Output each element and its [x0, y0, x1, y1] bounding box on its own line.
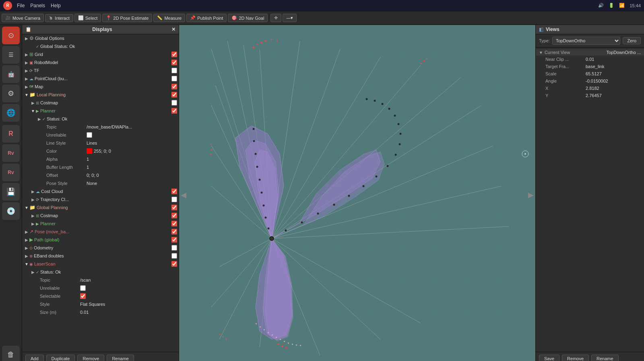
- tree-item-path-global[interactable]: ▶ ▶ Path (global): [22, 236, 179, 244]
- measure-button[interactable]: 📏 Measure: [153, 14, 185, 22]
- tree-item-cost-cloud[interactable]: ▶ ☁ Cost Cloud: [22, 187, 179, 195]
- remove-button[interactable]: Remove: [77, 355, 104, 361]
- prop-row-linestyle[interactable]: Line Style Lines: [22, 139, 179, 147]
- views-rename-btn[interactable]: Rename: [591, 355, 619, 361]
- sidebar-gear[interactable]: ⚙: [2, 85, 20, 102]
- planner-global-checkbox[interactable]: [171, 221, 177, 226]
- prop-row-size-laser[interactable]: Size (m) 0.01: [22, 308, 179, 316]
- publish-point-button[interactable]: 📌 Publish Point: [186, 14, 227, 22]
- grid-checkbox[interactable]: [171, 52, 177, 57]
- cv-prop-y[interactable]: Y 2.76457: [536, 92, 644, 99]
- sidebar-home[interactable]: ⊙: [2, 27, 20, 44]
- cv-prop-angle[interactable]: Angle -0.0150002: [536, 77, 644, 85]
- 2d-nav-button[interactable]: 🎯 2D Nav Goal: [228, 14, 268, 22]
- menu-file[interactable]: File: [17, 3, 25, 8]
- cv-prop-targetframe[interactable]: Target Fra... base_link: [536, 63, 644, 70]
- cv-prop-x[interactable]: X 2.8182: [536, 85, 644, 92]
- tree-item-planner-local[interactable]: ▼ ▶ Planner: [22, 107, 179, 115]
- costmap-global-checkbox[interactable]: [171, 213, 177, 218]
- interact-button[interactable]: 🖱 Interact: [45, 14, 73, 22]
- sidebar-robot[interactable]: 🤖: [2, 65, 20, 83]
- tf-checkbox[interactable]: [171, 68, 177, 73]
- sidebar-r1[interactable]: R: [2, 125, 20, 143]
- tree-item-eband[interactable]: ▶ ⊗ EBand doubles: [22, 252, 179, 260]
- views-remove-btn[interactable]: Remove: [562, 355, 589, 361]
- dash-button[interactable]: —▾: [283, 14, 297, 22]
- cost-cloud-checkbox[interactable]: [171, 189, 177, 194]
- menu-help[interactable]: Help: [51, 3, 61, 8]
- tree-item-global-planning[interactable]: ▼ 📁 Global Planning: [22, 203, 179, 212]
- prop-row-selectable-laser[interactable]: Selectable: [22, 292, 179, 300]
- global-planning-checkbox[interactable]: [171, 205, 177, 210]
- prop-row-alpha[interactable]: Alpha 1: [22, 155, 179, 163]
- prop-row-posestyle[interactable]: Pose Style None: [22, 179, 179, 187]
- prop-row-color[interactable]: Color 255; 0; 0: [22, 147, 179, 155]
- current-view-header[interactable]: ▼ Current View TopDownOrtho ...: [536, 49, 644, 56]
- tree-item-map[interactable]: ▶ 🗺 Map: [22, 83, 179, 91]
- browser-icon: 🌐: [6, 108, 15, 117]
- tree-item-global-status[interactable]: ✓ Global Status: Ok: [22, 42, 179, 50]
- cv-prop-nearclip[interactable]: Near Clip ... 0.01: [536, 56, 644, 63]
- prop-row-topic-local[interactable]: Topic /move_base/DWAPla...: [22, 123, 179, 131]
- crosshair-button[interactable]: ✛: [270, 14, 281, 22]
- cv-prop-scale[interactable]: Scale 65.5127: [536, 70, 644, 77]
- local-planning-checkbox[interactable]: [171, 92, 177, 98]
- tree-item-pointcloud[interactable]: ▶ ☁ PointCloud (bu...: [22, 75, 179, 83]
- unreliable-local-checkbox[interactable]: [87, 132, 92, 138]
- viewport-left-arrow[interactable]: ◀: [179, 189, 188, 201]
- unreliable-laser-checkbox[interactable]: [80, 285, 86, 291]
- prop-row-topic-laser[interactable]: Topic /scan: [22, 276, 179, 284]
- map-checkbox[interactable]: [171, 84, 177, 89]
- tree-item-robotmodel[interactable]: ▶ ▣ RobotModel: [22, 58, 179, 66]
- displays-close-btn[interactable]: ✕: [171, 27, 175, 32]
- tree-item-odometry[interactable]: ▶ ⊙ Odometry: [22, 244, 179, 252]
- prop-row-style-laser[interactable]: Style Flat Squares: [22, 300, 179, 308]
- add-button[interactable]: Add: [25, 355, 44, 361]
- tree-item-tf[interactable]: ▶ ⟳ TF: [22, 66, 179, 75]
- prop-row-offset[interactable]: Offset 0; 0; 0: [22, 171, 179, 179]
- costmap-local-checkbox[interactable]: [171, 100, 177, 106]
- tree-item-pose-move[interactable]: ▶ ↗ Pose (move_ba...: [22, 228, 179, 236]
- prop-label-topic-laser: Topic: [40, 278, 80, 282]
- eband-checkbox[interactable]: [171, 253, 177, 259]
- duplicate-button[interactable]: Duplicate: [46, 355, 75, 361]
- prop-row-buffer[interactable]: Buffer Length 1: [22, 163, 179, 171]
- path-global-checkbox[interactable]: [171, 237, 177, 243]
- tree-item-planner-global[interactable]: ▶ ▶ Planner: [22, 220, 179, 228]
- tree-item-traj[interactable]: ▶ ⟳ Trajectory Cl...: [22, 195, 179, 203]
- views-type-select[interactable]: TopDownOrtho Orbit FPS: [552, 37, 620, 45]
- sidebar-r3[interactable]: Rv: [2, 164, 20, 181]
- tree-item-costmap-local[interactable]: ▶ ⊞ Costmap: [22, 99, 179, 107]
- 2d-pose-button[interactable]: 📍 2D Pose Estimate: [102, 14, 152, 22]
- tree-item-global-options[interactable]: ▶ ⚙ Global Options: [22, 34, 179, 42]
- pointcloud-checkbox[interactable]: [171, 76, 177, 81]
- prop-row-unreliable-laser[interactable]: Unreliable: [22, 284, 179, 292]
- svg-point-75: [388, 108, 390, 110]
- sidebar-trash[interactable]: 🗑: [2, 346, 20, 361]
- tree-item-grid[interactable]: ▶ ⊞ Grid: [22, 50, 179, 58]
- sidebar-r2[interactable]: Rv: [2, 144, 20, 162]
- move-camera-button[interactable]: 🎥 Move Camera: [2, 14, 44, 22]
- tree-item-local-planning[interactable]: ▼ 📁 Local Planning: [22, 91, 179, 99]
- tree-item-laserscan[interactable]: ▼ ◉ LaserScan: [22, 260, 179, 268]
- odometry-checkbox[interactable]: [171, 245, 177, 251]
- prop-row-unreliable-local[interactable]: Unreliable: [22, 131, 179, 139]
- views-save-btn[interactable]: Save: [539, 355, 559, 361]
- views-zero-btn[interactable]: Zero: [623, 37, 641, 44]
- laserscan-checkbox[interactable]: [171, 261, 177, 267]
- menu-panels[interactable]: Panels: [30, 3, 45, 8]
- planner-local-checkbox[interactable]: [171, 108, 177, 114]
- sidebar-chrome[interactable]: 🌐: [2, 104, 20, 122]
- prop-value-buffer: 1: [87, 165, 89, 170]
- viewport-right-arrow[interactable]: ▶: [526, 189, 535, 201]
- traj-checkbox[interactable]: [171, 197, 177, 202]
- tree-item-costmap-global[interactable]: ▶ ⊞ Costmap: [22, 212, 179, 220]
- sidebar-storage[interactable]: 💾: [2, 183, 20, 201]
- robotmodel-checkbox[interactable]: [171, 60, 177, 65]
- sidebar-layers[interactable]: ☰: [2, 46, 20, 64]
- select-button[interactable]: ⬜ Select: [74, 14, 101, 22]
- sidebar-disk[interactable]: 💿: [2, 202, 20, 220]
- pose-move-checkbox[interactable]: [171, 229, 177, 234]
- selectable-laser-checkbox[interactable]: [80, 293, 86, 299]
- rename-button[interactable]: Rename: [107, 355, 134, 361]
